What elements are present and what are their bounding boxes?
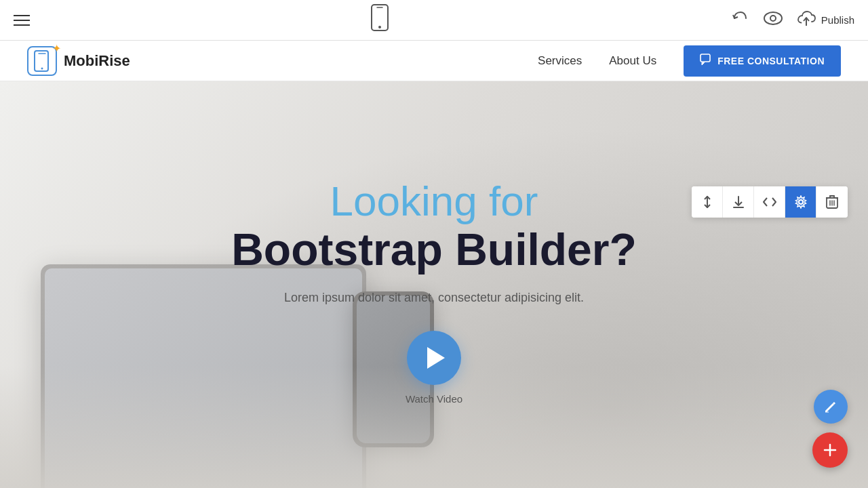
svg-point-4 [770,16,776,21]
sun-decoration-icon: ✦ [52,42,61,55]
cta-label: FREE CONSULTATION [717,56,825,66]
block-download-button[interactable] [723,186,754,218]
top-toolbar: Publish [0,0,868,41]
chat-icon [700,54,712,68]
nav-link-about[interactable]: About Us [609,54,656,68]
block-toolbar [692,186,848,218]
svg-point-13 [799,200,803,204]
brand-logo: ✦ [27,46,57,76]
toolbar-right: Publish [730,9,854,32]
play-triangle-icon [427,347,445,369]
play-button[interactable] [407,331,461,385]
nav-link-services[interactable]: Services [538,54,582,68]
toolbar-left [14,15,30,26]
undo-button[interactable] [730,9,749,32]
publish-button[interactable]: Publish [797,11,854,29]
watch-video-label: Watch Video [406,393,462,405]
navbar: ✦ MobiRise Services About Us FREE CONSUL… [0,41,868,81]
play-button-group: Watch Video [406,331,462,405]
block-sort-button[interactable] [692,186,723,218]
toolbar-center [370,3,389,37]
cloud-upload-icon [797,11,816,29]
block-settings-button[interactable] [785,186,816,218]
svg-point-7 [41,67,43,69]
hero-title-bold: Bootstrap Builder? [231,224,637,276]
device-preview-icon[interactable] [370,3,389,37]
fab-add-button[interactable] [812,432,848,468]
cta-button[interactable]: FREE CONSULTATION [684,45,841,77]
hero-content: Looking for Bootstrap Builder? Lorem ips… [0,81,868,488]
block-delete-button[interactable] [816,186,848,218]
hero-title-light: Looking for [330,178,538,224]
hamburger-menu-button[interactable] [14,15,30,26]
svg-rect-9 [701,54,710,62]
svg-point-1 [378,26,381,28]
hero-section: Looking for Bootstrap Builder? Lorem ips… [0,81,868,488]
fab-edit-button[interactable] [814,390,848,424]
svg-point-3 [764,12,782,24]
navbar-links: Services About Us FREE CONSULTATION [538,45,841,77]
publish-label: Publish [821,14,854,26]
preview-button[interactable] [763,11,783,30]
block-code-button[interactable] [754,186,785,218]
brand-name-text: MobiRise [64,52,130,70]
hero-subtitle: Lorem ipsum dolor sit amet, consectetur … [284,291,584,305]
brand-logo-group: ✦ MobiRise [27,46,130,76]
